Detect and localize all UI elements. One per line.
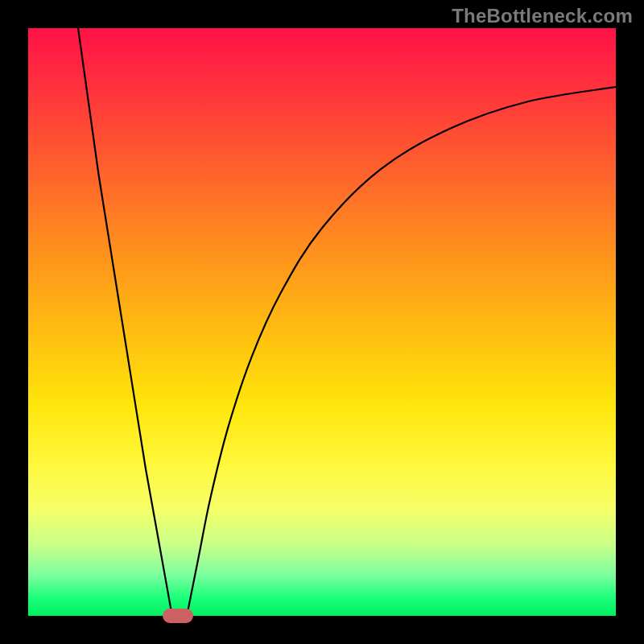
left-branch-line <box>78 28 172 616</box>
watermark-text: TheBottleneck.com <box>452 5 633 27</box>
chart-curve <box>28 28 616 616</box>
minimum-marker <box>163 609 193 623</box>
chart-frame: TheBottleneck.com <box>0 0 644 644</box>
plot-area <box>28 28 616 616</box>
right-branch-line <box>187 87 616 616</box>
